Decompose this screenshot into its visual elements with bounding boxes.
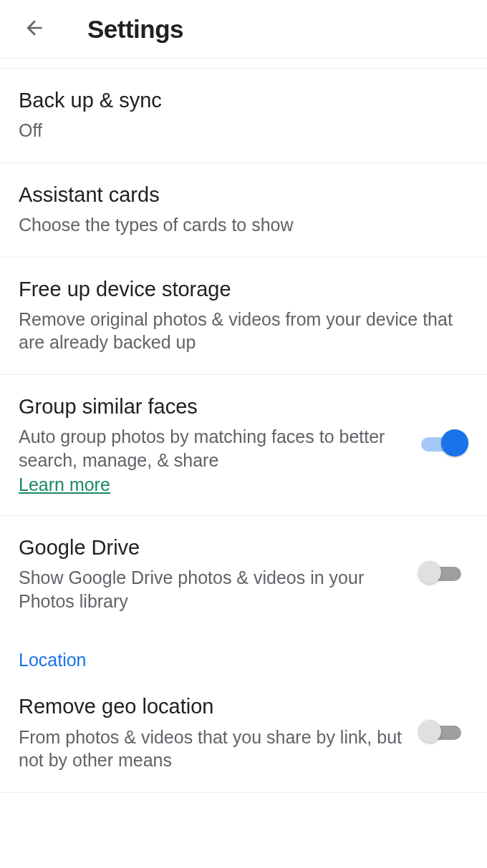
setting-body: Free up device storage Remove original p…: [19, 276, 468, 354]
setting-title: Remove geo location: [19, 693, 413, 719]
setting-subtitle: Off: [19, 119, 460, 142]
setting-subtitle: Auto group photos by matching faces to b…: [19, 425, 413, 472]
setting-group-similar-faces[interactable]: Group similar faces Auto group photos by…: [0, 375, 487, 516]
setting-title: Assistant cards: [19, 182, 460, 208]
setting-subtitle: Choose the types of cards to show: [19, 213, 460, 237]
setting-body: Group similar faces Auto group photos by…: [19, 394, 421, 495]
setting-title: Google Drive: [19, 535, 413, 560]
setting-subtitle: Remove original photos & videos from you…: [19, 308, 460, 354]
section-header-location: Location: [0, 633, 487, 675]
setting-title: Back up & sync: [19, 87, 460, 113]
toggle-thumb: [418, 720, 441, 743]
toggle-thumb: [441, 429, 468, 457]
setting-title: Group similar faces: [19, 394, 413, 419]
learn-more-link[interactable]: Learn more: [19, 474, 110, 495]
setting-body: Back up & sync Off: [19, 87, 468, 142]
setting-backup-sync[interactable]: Back up & sync Off: [0, 69, 487, 163]
toggle-thumb: [418, 561, 441, 584]
setting-body: Remove geo location From photos & videos…: [19, 693, 421, 771]
toggle-group-faces[interactable]: [421, 436, 464, 453]
app-bar: Settings: [0, 0, 487, 59]
spacer: [0, 59, 487, 69]
setting-body: Assistant cards Choose the types of card…: [19, 182, 468, 237]
setting-title: Free up device storage: [19, 276, 460, 302]
setting-free-up-storage[interactable]: Free up device storage Remove original p…: [0, 258, 487, 375]
toggle-remove-geo[interactable]: [421, 724, 464, 741]
toggle-google-drive[interactable]: [421, 565, 464, 582]
setting-google-drive[interactable]: Google Drive Show Google Drive photos & …: [0, 516, 487, 633]
setting-body: Google Drive Show Google Drive photos & …: [19, 535, 421, 613]
setting-subtitle: Show Google Drive photos & videos in you…: [19, 566, 413, 613]
page-title: Settings: [87, 15, 183, 44]
back-arrow-icon: [23, 16, 46, 42]
back-button[interactable]: [21, 16, 47, 42]
setting-assistant-cards[interactable]: Assistant cards Choose the types of card…: [0, 163, 487, 258]
setting-remove-geo-location[interactable]: Remove geo location From photos & videos…: [0, 675, 487, 792]
setting-subtitle: From photos & videos that you share by l…: [19, 726, 413, 772]
